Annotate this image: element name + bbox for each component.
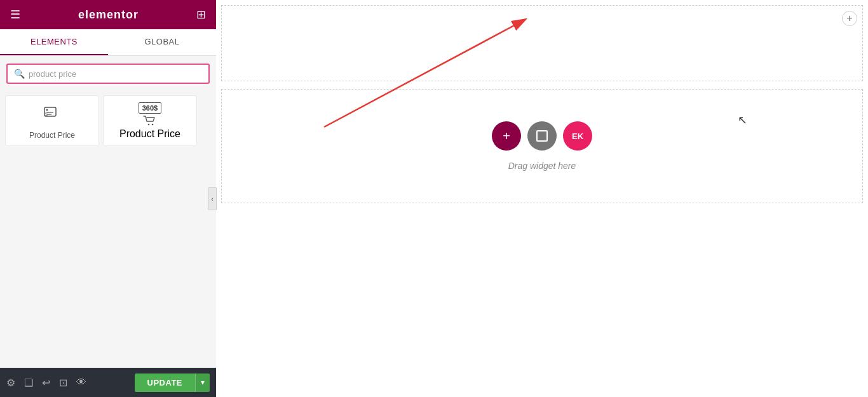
widget-card-product-price-1[interactable]: $ Product Price (5, 95, 99, 146)
price-tag-icon: $ (42, 102, 62, 127)
canvas-area: + + EK Drag widget here ↖ (216, 0, 868, 397)
preview-icon[interactable]: 👁 (76, 377, 86, 388)
collapse-handle[interactable]: ‹ (208, 187, 217, 210)
price-badge-icon: 360$ (139, 102, 161, 128)
update-dropdown-button[interactable]: ▾ (195, 373, 210, 392)
update-btn-group: UPDATE ▾ (135, 373, 210, 392)
svg-rect-7 (537, 131, 547, 141)
add-widget-button[interactable]: + (492, 121, 521, 151)
search-area: 🔍 (0, 56, 216, 91)
sidebar: ☰ elementor ⊞ ELEMENTS GLOBAL 🔍 $ (0, 0, 216, 397)
tab-global[interactable]: GLOBAL (108, 29, 216, 55)
drag-hint: Drag widget here (508, 161, 576, 171)
price-tag-box: 360$ (139, 102, 161, 114)
elementor-logo: elementor (78, 8, 139, 22)
widget-label-2: Product Price (119, 128, 180, 140)
widget-card-product-price-2[interactable]: 360$ Product Price (103, 95, 197, 146)
tabs-bar: ELEMENTS GLOBAL (0, 29, 216, 56)
search-wrapper: 🔍 (6, 64, 210, 84)
search-icon: 🔍 (14, 69, 25, 79)
tab-elements[interactable]: ELEMENTS (0, 29, 108, 55)
update-button[interactable]: UPDATE (135, 373, 195, 392)
search-input[interactable] (29, 69, 202, 79)
widgets-grid: $ Product Price 360$ (0, 91, 216, 150)
canvas-drop-zone: + EK Drag widget here (221, 89, 863, 203)
widget-label-1: Product Price (29, 131, 75, 140)
svg-point-6 (152, 123, 154, 125)
hamburger-icon[interactable]: ☰ (10, 8, 20, 22)
layers-icon[interactable]: ❑ (24, 377, 33, 389)
drop-actions: + EK (492, 121, 592, 151)
svg-point-1 (46, 109, 48, 111)
sidebar-header: ☰ elementor ⊞ (0, 0, 216, 29)
canvas-top-section: + (221, 5, 863, 81)
svg-point-5 (148, 123, 150, 125)
bottom-toolbar: ⚙ ❑ ↩ ⊡ 👁 UPDATE ▾ (0, 368, 216, 397)
badge-text: 360$ (142, 104, 158, 112)
section-button[interactable] (527, 121, 557, 151)
history-icon[interactable]: ↩ (42, 377, 50, 389)
ek-button[interactable]: EK (563, 121, 592, 151)
add-section-top-button[interactable]: + (842, 11, 857, 26)
svg-text:$: $ (45, 112, 48, 116)
responsive-icon[interactable]: ⊡ (59, 377, 67, 389)
grid-icon[interactable]: ⊞ (196, 8, 206, 22)
settings-icon[interactable]: ⚙ (6, 377, 15, 389)
